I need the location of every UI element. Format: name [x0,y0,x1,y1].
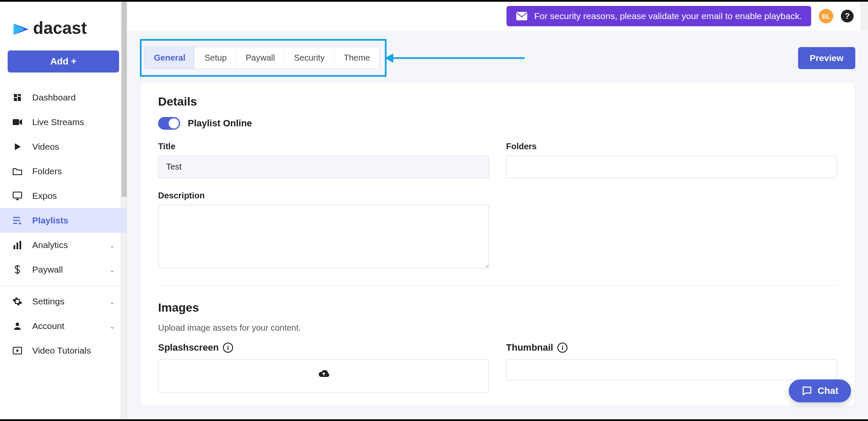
title-input[interactable] [158,156,489,178]
add-button-label: Add + [50,56,77,67]
sidebar-item-label: Expos [32,191,57,201]
svg-rect-2 [18,97,21,101]
tab-theme[interactable]: Theme [334,47,379,69]
svg-rect-5 [13,192,22,198]
title-label: Title [158,142,489,151]
playlist-online-toggle-row: Playlist Online [158,117,837,130]
svg-rect-17 [516,12,527,20]
sidebar-item-livestreams[interactable]: Live Streams [0,110,127,134]
dollar-icon [12,264,23,275]
brand-name: dacast [33,19,87,38]
main: ▲ ▼ For security reasons, please validat… [127,2,868,419]
sidebar-item-expos[interactable]: Expos [0,184,127,208]
info-icon[interactable]: i [557,343,568,353]
folder-icon [12,166,23,177]
description-field: Description [158,191,489,270]
tab-label: Paywall [246,53,275,62]
svg-rect-12 [17,243,18,249]
sidebar-item-video-tutorials[interactable]: Video Tutorials [0,338,127,363]
thumbnail-label: Thumbnail [506,342,553,353]
images-row: Splashscreen i Thumbnail i [158,342,837,393]
sidebar-item-folders[interactable]: Folders [0,159,127,184]
monitor-icon [12,190,23,201]
tab-general[interactable]: General [145,47,195,69]
sidebar-item-label: Settings [32,296,64,307]
brand-logo: dacast [0,10,127,50]
preview-button[interactable]: Preview [798,47,855,69]
playlist-online-label: Playlist Online [188,118,252,129]
playlist-online-toggle[interactable] [158,117,180,130]
content-area: General Setup Paywall Security Theme [127,31,868,419]
svg-rect-0 [14,94,17,97]
toggle-knob [169,118,179,128]
camera-icon [12,117,23,128]
sidebar-item-label: Folders [32,166,62,176]
nav-divider [0,285,127,286]
images-subtext: Upload image assets for your content. [158,323,837,333]
svg-rect-11 [14,245,15,249]
sidebar-item-settings[interactable]: Settings ⌄ [0,289,127,314]
cloud-upload-icon [317,368,331,382]
add-button[interactable]: Add + [8,50,119,72]
dashboard-icon [12,92,23,103]
chevron-down-icon: ⌄ [109,322,115,330]
tabs-row: General Setup Paywall Security Theme [140,31,855,82]
folders-field: Folders [506,142,837,178]
mail-icon [516,11,528,21]
preview-button-label: Preview [810,53,843,63]
info-icon[interactable]: i [223,343,233,353]
sidebar-item-paywall[interactable]: Paywall ⌄ [0,257,127,282]
folders-input[interactable] [506,156,837,178]
svg-rect-3 [14,98,17,101]
sidebar-item-analytics[interactable]: Analytics ⌄ [0,233,127,257]
title-field: Title [158,142,489,178]
help-button[interactable]: ? [841,10,854,22]
svg-rect-4 [13,119,19,125]
thumbnail-block: Thumbnail i [506,342,837,393]
tab-label: Setup [204,53,226,62]
splashscreen-upload[interactable] [158,359,489,393]
sidebar-item-label: Dashboard [32,92,76,103]
sidebar-item-videos[interactable]: Videos [0,134,127,159]
chevron-down-icon: ⌄ [109,241,115,249]
topbar: For security reasons, please validate yo… [127,2,868,31]
email-validation-alert[interactable]: For security reasons, please validate yo… [506,6,812,26]
details-section-title: Details [158,95,837,109]
sidebar-item-label: Analytics [32,240,68,250]
folders-label: Folders [506,142,837,151]
annotation-highlight: General Setup Paywall Security Theme [140,39,387,77]
splashscreen-block: Splashscreen i [158,342,489,393]
help-icon: ? [845,11,850,21]
svg-point-15 [16,323,19,326]
sidebar-item-label: Paywall [32,265,63,275]
thumbnail-upload[interactable] [506,359,837,380]
chevron-down-icon: ⌄ [109,298,115,306]
sidebar-item-playlists[interactable]: Playlists [0,208,127,233]
description-label: Description [158,191,489,201]
tabs: General Setup Paywall Security Theme [144,47,380,69]
description-textarea[interactable] [158,205,489,268]
chat-label: Chat [818,385,838,396]
sidebar-item-label: Video Tutorials [32,346,91,356]
logo-mark-icon [13,21,31,36]
tab-setup[interactable]: Setup [195,47,236,69]
avatar[interactable]: EL [819,9,833,23]
section-divider [158,285,837,286]
sidebar-item-account[interactable]: Account ⌄ [0,314,127,338]
chat-button[interactable]: Chat [789,379,851,402]
tab-security[interactable]: Security [285,47,334,69]
sidebar-item-label: Account [32,321,64,331]
video-play-icon [12,345,23,356]
tab-label: Theme [344,53,370,62]
svg-rect-1 [18,94,21,96]
sidebar-item-label: Playlists [32,215,68,226]
sidebar-item-dashboard[interactable]: Dashboard [0,85,127,110]
images-section-title: Images [158,301,837,315]
person-icon [12,321,23,332]
primary-nav: Dashboard Live Streams Videos Folders Ex… [0,85,127,363]
gear-icon [12,296,23,307]
tab-paywall[interactable]: Paywall [236,47,285,69]
tab-label: General [154,53,185,62]
bars-icon [12,240,23,251]
play-icon [12,141,23,152]
